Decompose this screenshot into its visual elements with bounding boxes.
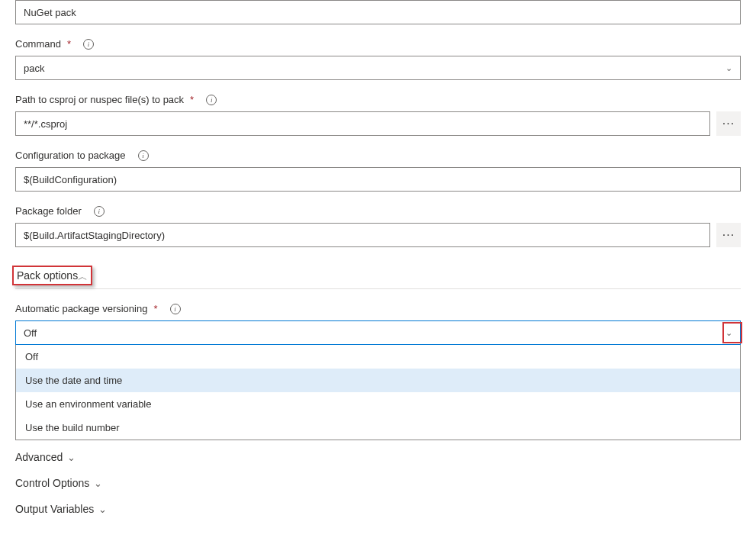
package-folder-input[interactable] — [15, 223, 710, 247]
auto-versioning-dropdown: Off Use the date and time Use an environ… — [15, 345, 741, 440]
info-icon[interactable]: i — [94, 206, 105, 217]
package-folder-label: Package folder i — [15, 205, 741, 217]
command-select[interactable]: pack ⌄ — [15, 56, 741, 80]
configuration-input[interactable] — [15, 167, 741, 192]
path-label: Path to csproj or nuspec file(s) to pack… — [15, 94, 741, 105]
info-icon[interactable]: i — [138, 150, 149, 161]
dropdown-option-off[interactable]: Off — [16, 345, 740, 369]
section-control-options[interactable]: Control Options ⌄ — [15, 472, 741, 492]
chevron-down-icon: ⌄ — [725, 63, 732, 73]
required-indicator: * — [190, 94, 194, 105]
dropdown-option-env-var[interactable]: Use an environment variable — [16, 392, 740, 416]
chevron-down-icon: ⌄ — [67, 452, 76, 463]
browse-button[interactable]: ··· — [716, 111, 741, 136]
display-name-input[interactable] — [15, 0, 741, 24]
auto-versioning-select[interactable]: Off ⌄ — [15, 320, 741, 345]
configuration-label: Configuration to package i — [15, 150, 741, 161]
browse-button[interactable]: ··· — [716, 223, 741, 247]
chevron-down-icon: ⌄ — [94, 478, 102, 489]
chevron-up-icon: ︿ — [78, 270, 88, 284]
info-icon[interactable]: i — [83, 39, 94, 50]
required-indicator: * — [153, 303, 157, 314]
dropdown-option-date-time[interactable]: Use the date and time — [16, 369, 740, 392]
chevron-down-icon: ⌄ — [725, 328, 732, 338]
command-label: Command* i — [15, 38, 741, 50]
chevron-down-icon: ⌄ — [98, 504, 107, 515]
info-icon[interactable]: i — [170, 304, 181, 314]
auto-versioning-label: Automatic package versioning* i — [15, 303, 741, 314]
path-input[interactable] — [15, 111, 710, 136]
info-icon[interactable]: i — [206, 95, 217, 105]
dropdown-option-build-number[interactable]: Use the build number — [16, 416, 740, 440]
section-advanced[interactable]: Advanced ⌄ — [15, 446, 741, 466]
section-output-variables[interactable]: Output Variables ⌄ — [15, 498, 741, 518]
required-indicator: * — [67, 38, 71, 50]
section-pack-options[interactable]: Pack options ︿ — [15, 261, 741, 289]
